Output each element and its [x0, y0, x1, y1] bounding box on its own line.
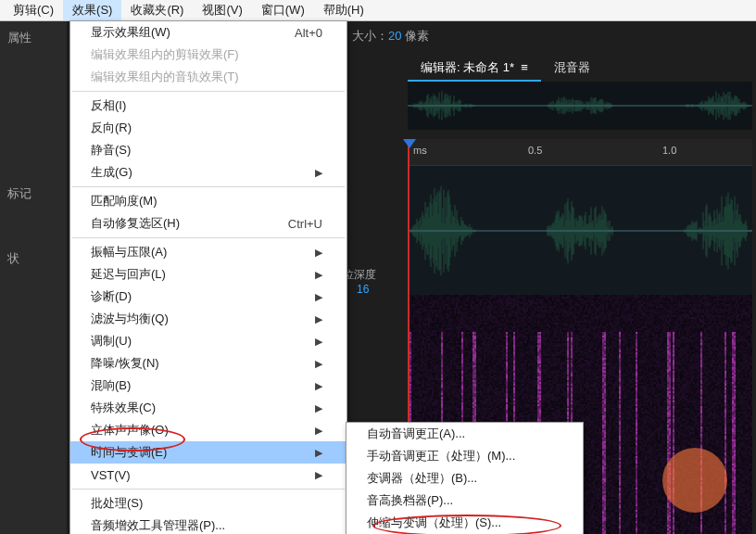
menu-row[interactable]: 自动修复选区(H)Ctrl+U	[70, 212, 346, 235]
menu-item[interactable]: 效果(S)	[63, 0, 121, 20]
time-pitch-submenu: 自动音调更正(A)...手动音调更正（处理）(M)...变调器（处理）(B)..…	[346, 422, 584, 534]
menu-row[interactable]: 滤波与均衡(Q)▶	[70, 308, 346, 330]
submenu-row[interactable]: 伸缩与变调（处理）(S)...	[346, 512, 583, 534]
menu-item[interactable]: 视图(V)	[193, 0, 251, 20]
menu-row[interactable]: 振幅与压限(A)▶	[70, 241, 346, 263]
menu-item[interactable]: 帮助(H)	[314, 0, 373, 20]
submenu-row[interactable]: 手动音调更正（处理）(M)...	[346, 445, 583, 467]
waveform-track[interactable]	[408, 165, 752, 297]
time-ruler[interactable]: ms0.51.0	[408, 139, 752, 165]
menu-row[interactable]: 降噪/恢复(N)▶	[70, 352, 346, 375]
menubar: 剪辑(C)效果(S)收藏夹(R)视图(V)窗口(W)帮助(H)	[0, 0, 756, 21]
menu-row[interactable]: 时间与变调(E)▶	[70, 441, 346, 464]
submenu-row[interactable]: 音高换档器(P)...	[346, 490, 583, 512]
menu-row[interactable]: 混响(B)▶	[70, 375, 346, 397]
menu-row[interactable]: 反向(R)	[70, 117, 346, 139]
submenu-row[interactable]: 变调器（处理）(B)...	[346, 467, 583, 490]
size-unit: 像素	[401, 29, 429, 43]
bitdepth-label: 位深度	[343, 267, 376, 283]
menu-row: 编辑效果组内的剪辑效果(F)	[70, 44, 346, 66]
menu-row[interactable]: 匹配响度(M)	[70, 190, 346, 212]
size-readout: 大小：20 像素	[352, 28, 429, 44]
menu-row[interactable]: 静音(S)	[70, 139, 346, 161]
menu-row[interactable]: 延迟与回声(L)▶	[70, 263, 346, 286]
menu-row[interactable]: 显示效果组(W)Alt+0	[70, 21, 346, 44]
tab-mixer[interactable]: 混音器	[541, 56, 603, 82]
tab-editor[interactable]: 编辑器: 未命名 1* ≡	[408, 56, 541, 82]
size-label: 大小：	[352, 29, 388, 43]
menu-row[interactable]: 诊断(D)▶	[70, 286, 346, 308]
menu-row[interactable]: 反相(I)	[70, 95, 346, 117]
left-sidebar: 属性 标记 状	[0, 20, 67, 534]
menu-item[interactable]: 窗口(W)	[252, 0, 314, 20]
menu-row[interactable]: 调制(U)▶	[70, 330, 346, 352]
menu-row[interactable]: 特殊效果(C)▶	[70, 397, 346, 419]
editor-tabs: 编辑器: 未命名 1* ≡ 混音器	[408, 56, 603, 82]
size-value[interactable]: 20	[388, 29, 401, 43]
menu-row[interactable]: 批处理(S)	[70, 492, 346, 515]
menu-row[interactable]: 立体声声像(O)▶	[70, 419, 346, 441]
menu-row[interactable]: 生成(G)▶	[70, 161, 346, 184]
effects-menu: 显示效果组(W)Alt+0编辑效果组内的剪辑效果(F)编辑效果组内的音轨效果(T…	[69, 20, 347, 534]
bitdepth-value[interactable]: 16	[357, 283, 369, 296]
menu-row[interactable]: 音频增效工具管理器(P)...	[70, 515, 346, 534]
menu-row: 编辑效果组内的音轨效果(T)	[70, 66, 346, 88]
menu-item[interactable]: 收藏夹(R)	[121, 0, 193, 20]
panel-props[interactable]: 属性	[0, 20, 67, 56]
menu-row[interactable]: VST(V)▶	[70, 464, 346, 486]
panel-state[interactable]: 状	[0, 241, 67, 276]
overview-strip[interactable]	[408, 82, 752, 130]
menu-item[interactable]: 剪辑(C)	[4, 0, 63, 20]
submenu-row[interactable]: 自动音调更正(A)...	[346, 423, 583, 445]
panel-markers[interactable]: 标记	[0, 176, 67, 211]
